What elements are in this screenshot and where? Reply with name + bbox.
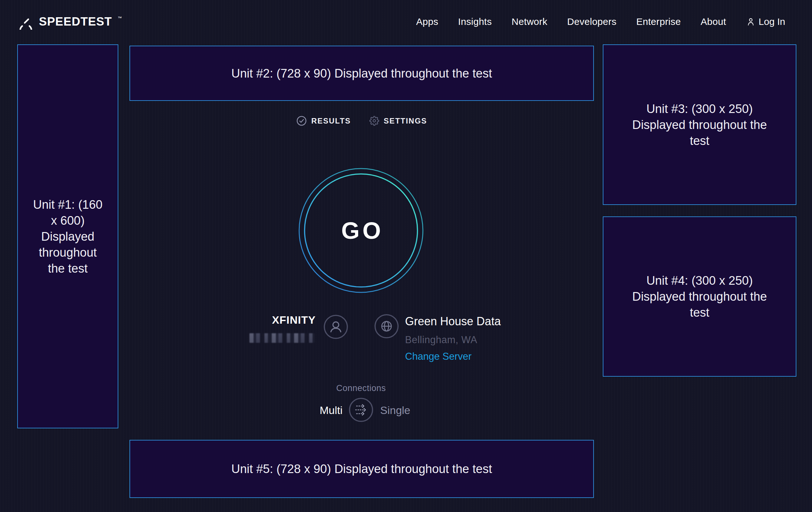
go-button[interactable]: GO	[294, 163, 428, 297]
ad-unit-5-banner: Unit #5: (728 x 90) Displayed throughout…	[129, 440, 594, 498]
ad-unit-1-skyscraper: Unit #1: (160 x 600) Displayed throughou…	[17, 44, 118, 428]
tab-settings-label: SETTINGS	[384, 116, 427, 126]
nav-item-insights[interactable]: Insights	[458, 16, 492, 27]
tab-results[interactable]: RESULTS	[296, 115, 351, 126]
top-nav-bar: SPEEDTEST ™ Apps Insights Network Develo…	[0, 0, 812, 44]
server-globe-icon	[374, 314, 399, 339]
connections-multi-option[interactable]: Multi	[296, 404, 343, 416]
nav-item-network[interactable]: Network	[512, 16, 547, 27]
ad-unit-4-text: Unit #4: (300 x 250) Displayed throughou…	[623, 273, 776, 321]
isp-person-icon	[323, 315, 348, 339]
login-button[interactable]: Log In	[746, 16, 785, 27]
results-settings-tabs: RESULTS SETTINGS	[0, 115, 723, 126]
ip-address-redacted	[250, 333, 315, 343]
speedtest-page: SPEEDTEST ™ Apps Insights Network Develo…	[0, 0, 812, 512]
speedtest-gauge-icon	[18, 14, 34, 30]
server-location: Bellingham, WA	[405, 334, 477, 346]
connections-label: Connections	[329, 383, 393, 393]
isp-name: XFINITY	[223, 314, 316, 326]
server-name: Green House Data	[405, 315, 501, 328]
brand-name: SPEEDTEST	[39, 15, 112, 28]
go-button-label: GO	[294, 163, 428, 297]
check-circle-icon	[296, 115, 307, 126]
speedtest-logo[interactable]: SPEEDTEST ™	[18, 14, 121, 30]
nav-item-about[interactable]: About	[701, 16, 726, 27]
change-server-link[interactable]: Change Server	[405, 351, 472, 362]
connections-toggle-icon[interactable]	[349, 397, 374, 422]
nav-item-developers[interactable]: Developers	[567, 16, 616, 27]
connections-single-option[interactable]: Single	[380, 404, 410, 416]
ad-unit-5-text: Unit #5: (728 x 90) Displayed throughout…	[231, 461, 492, 477]
ad-unit-1-text: Unit #1: (160 x 600) Displayed throughou…	[30, 197, 106, 276]
ad-unit-4-rectangle: Unit #4: (300 x 250) Displayed throughou…	[603, 216, 796, 377]
ad-unit-2-text: Unit #2: (728 x 90) Displayed throughout…	[231, 65, 492, 81]
user-icon	[746, 17, 756, 26]
login-label: Log In	[759, 16, 785, 27]
gear-icon	[369, 116, 379, 126]
nav-item-apps[interactable]: Apps	[416, 16, 438, 27]
tab-settings[interactable]: SETTINGS	[369, 115, 427, 126]
tab-results-label: RESULTS	[311, 116, 351, 126]
nav-menu: Apps Insights Network Developers Enterpr…	[416, 16, 785, 27]
ad-unit-2-banner: Unit #2: (728 x 90) Displayed throughout…	[129, 46, 594, 101]
brand-trademark: ™	[118, 16, 122, 21]
nav-item-enterprise[interactable]: Enterprise	[636, 16, 681, 27]
